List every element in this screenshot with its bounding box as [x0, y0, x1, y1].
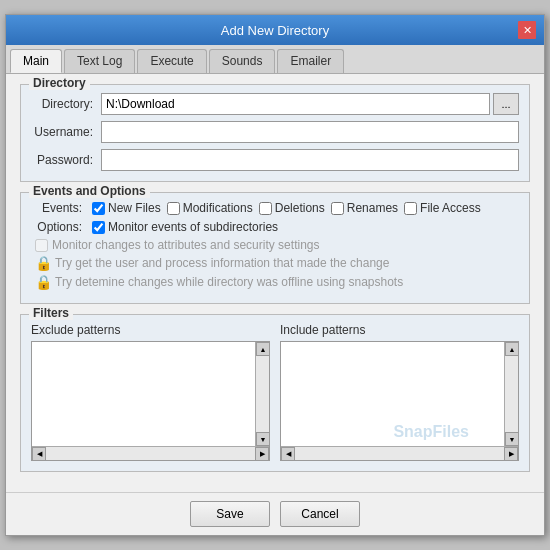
- new-files-checkbox[interactable]: [92, 202, 105, 215]
- browse-button[interactable]: ...: [493, 93, 519, 115]
- include-hscroll: ◀ ▶: [281, 446, 518, 460]
- new-files-checkbox-item[interactable]: New Files: [92, 201, 161, 215]
- attr-option-row: Monitor changes to attributes and securi…: [31, 238, 519, 252]
- include-label: Include patterns: [280, 323, 519, 337]
- exclude-scroll-down[interactable]: ▼: [256, 432, 269, 446]
- exclude-hscroll: ◀ ▶: [32, 446, 269, 460]
- title-bar: Add New Directory ✕: [6, 15, 544, 45]
- tab-bar: Main Text Log Execute Sounds Emailer: [6, 45, 544, 74]
- monitor-sub-checkbox-item[interactable]: Monitor events of subdirectories: [92, 220, 278, 234]
- deletions-checkbox[interactable]: [259, 202, 272, 215]
- window-title: Add New Directory: [32, 23, 518, 38]
- tab-main[interactable]: Main: [10, 49, 62, 73]
- attr-checkbox: [35, 239, 48, 252]
- new-files-label: New Files: [108, 201, 161, 215]
- deletions-checkbox-item[interactable]: Deletions: [259, 201, 325, 215]
- include-scroll-right[interactable]: ▶: [504, 447, 518, 461]
- attr-label: Monitor changes to attributes and securi…: [52, 238, 319, 252]
- tab-textlog[interactable]: Text Log: [64, 49, 135, 73]
- events-label: Events:: [31, 201, 86, 215]
- include-vscroll[interactable]: ▲ ▼: [504, 342, 518, 446]
- exclude-label: Exclude patterns: [31, 323, 270, 337]
- file-access-checkbox[interactable]: [404, 202, 417, 215]
- save-button[interactable]: Save: [190, 501, 270, 527]
- modifications-label: Modifications: [183, 201, 253, 215]
- include-scroll-left[interactable]: ◀: [281, 447, 295, 461]
- exclude-textarea[interactable]: [32, 342, 255, 446]
- directory-legend: Directory: [29, 76, 90, 90]
- directory-label: Directory:: [31, 97, 101, 111]
- password-label: Password:: [31, 153, 101, 167]
- exclude-col: Exclude patterns ▲ ▼ ◀: [31, 323, 270, 461]
- options-label: Options:: [31, 220, 86, 234]
- username-label: Username:: [31, 125, 101, 139]
- password-input[interactable]: [101, 149, 519, 171]
- exclude-scroll-left[interactable]: ◀: [32, 447, 46, 461]
- close-button[interactable]: ✕: [518, 21, 536, 39]
- user-info-option-row: 🔒 Try get the user and process informati…: [31, 255, 519, 271]
- include-textarea[interactable]: [281, 342, 504, 446]
- main-content: Directory Directory: ... Username: Passw…: [6, 74, 544, 492]
- snapshot-icon: 🔒: [35, 274, 51, 290]
- options-row: Options: Monitor events of subdirectorie…: [31, 220, 519, 234]
- include-scroll-up[interactable]: ▲: [505, 342, 518, 356]
- user-info-label: Try get the user and process information…: [55, 256, 389, 270]
- username-input[interactable]: [101, 121, 519, 143]
- file-access-checkbox-item[interactable]: File Access: [404, 201, 481, 215]
- snapshot-option-row: 🔒 Try detemine changes while directory w…: [31, 274, 519, 290]
- events-section: Events and Options Events: New Files Mod…: [20, 192, 530, 304]
- exclude-scroll-up[interactable]: ▲: [256, 342, 269, 356]
- directory-section: Directory Directory: ... Username: Passw…: [20, 84, 530, 182]
- include-col: Include patterns ▲ ▼ ◀: [280, 323, 519, 461]
- user-info-icon: 🔒: [35, 255, 51, 271]
- tab-execute[interactable]: Execute: [137, 49, 206, 73]
- modifications-checkbox[interactable]: [167, 202, 180, 215]
- tab-sounds[interactable]: Sounds: [209, 49, 276, 73]
- filters-row: Exclude patterns ▲ ▼ ◀: [31, 323, 519, 461]
- events-row: Events: New Files Modifications Deletion…: [31, 201, 519, 215]
- username-row: Username:: [31, 121, 519, 143]
- modifications-checkbox-item[interactable]: Modifications: [167, 201, 253, 215]
- directory-row: Directory: ...: [31, 93, 519, 115]
- file-access-label: File Access: [420, 201, 481, 215]
- footer: Save Cancel: [6, 492, 544, 535]
- renames-label: Renames: [347, 201, 398, 215]
- main-window: Add New Directory ✕ Main Text Log Execut…: [5, 14, 545, 536]
- cancel-button[interactable]: Cancel: [280, 501, 360, 527]
- tab-emailer[interactable]: Emailer: [277, 49, 344, 73]
- renames-checkbox-item[interactable]: Renames: [331, 201, 398, 215]
- deletions-label: Deletions: [275, 201, 325, 215]
- filters-section: Filters Exclude patterns ▲ ▼: [20, 314, 530, 472]
- snapshot-label: Try detemine changes while directory was…: [55, 275, 403, 289]
- exclude-vscroll[interactable]: ▲ ▼: [255, 342, 269, 446]
- events-legend: Events and Options: [29, 184, 150, 198]
- renames-checkbox[interactable]: [331, 202, 344, 215]
- password-row: Password:: [31, 149, 519, 171]
- directory-input[interactable]: [101, 93, 490, 115]
- include-scroll-down[interactable]: ▼: [505, 432, 518, 446]
- monitor-sub-checkbox[interactable]: [92, 221, 105, 234]
- monitor-sub-label: Monitor events of subdirectories: [108, 220, 278, 234]
- filters-legend: Filters: [29, 306, 73, 320]
- exclude-scroll-right[interactable]: ▶: [255, 447, 269, 461]
